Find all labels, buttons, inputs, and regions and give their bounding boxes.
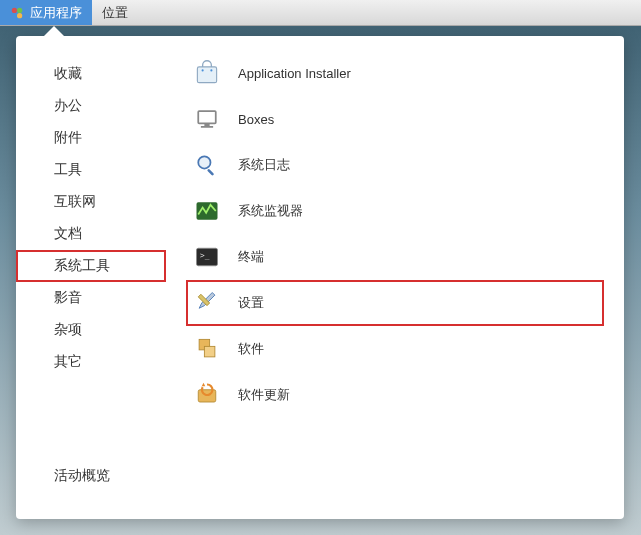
svg-point-1 [17, 7, 22, 12]
activities-overview-button[interactable]: 活动概览 [16, 455, 166, 503]
svg-rect-9 [201, 126, 213, 128]
sidebar-item-sundry[interactable]: 杂项 [16, 314, 166, 346]
sidebar-item-documentation[interactable]: 文档 [16, 218, 166, 250]
svg-rect-4 [197, 67, 216, 83]
sidebar-item-label: 办公 [54, 97, 82, 113]
app-label: Boxes [238, 112, 274, 127]
applications-menu-button[interactable]: 应用程序 [0, 0, 92, 25]
app-item-system-logs[interactable]: 系统日志 [186, 142, 604, 188]
svg-point-3 [17, 13, 22, 18]
svg-point-5 [202, 69, 204, 71]
app-label: 设置 [238, 294, 264, 312]
places-menu-button[interactable]: 位置 [92, 0, 138, 25]
sidebar-item-label: 其它 [54, 353, 82, 369]
places-menu-label: 位置 [102, 4, 128, 22]
sidebar-item-label: 收藏 [54, 65, 82, 81]
app-item-settings[interactable]: 设置 [186, 280, 604, 326]
boxes-icon [192, 104, 222, 134]
magnifier-icon [192, 150, 222, 180]
sidebar-item-favorites[interactable]: 收藏 [16, 58, 166, 90]
category-sidebar: 收藏 办公 附件 工具 互联网 文档 系统工具 影音 杂项 其它 活动概览 [16, 36, 166, 519]
svg-rect-7 [198, 111, 216, 123]
sidebar-item-internet[interactable]: 互联网 [16, 186, 166, 218]
svg-point-2 [12, 13, 17, 18]
sidebar-item-tools[interactable]: 工具 [16, 154, 166, 186]
svg-point-10 [198, 156, 210, 168]
package-icon [192, 334, 222, 364]
svg-marker-18 [202, 383, 206, 387]
sidebar-item-label: 文档 [54, 225, 82, 241]
terminal-icon: >_ [192, 242, 222, 272]
sidebar-item-multimedia[interactable]: 影音 [16, 282, 166, 314]
top-panel: 应用程序 位置 [0, 0, 641, 26]
svg-rect-8 [204, 123, 209, 126]
svg-text:>_: >_ [200, 251, 210, 260]
app-label: 系统监视器 [238, 202, 303, 220]
wrench-screwdriver-icon [192, 288, 222, 318]
update-refresh-icon [192, 380, 222, 410]
sidebar-item-other[interactable]: 其它 [16, 346, 166, 378]
sidebar-item-office[interactable]: 办公 [16, 90, 166, 122]
sidebar-item-accessories[interactable]: 附件 [16, 122, 166, 154]
app-item-application-installer[interactable]: Application Installer [186, 50, 604, 96]
sidebar-item-label: 工具 [54, 161, 82, 177]
app-label: Application Installer [238, 66, 351, 81]
svg-rect-16 [204, 346, 215, 357]
applications-dropdown: 收藏 办公 附件 工具 互联网 文档 系统工具 影音 杂项 其它 活动概览 Ap… [16, 36, 624, 519]
activities-label: 活动概览 [54, 467, 110, 483]
app-item-software[interactable]: 软件 [186, 326, 604, 372]
applications-menu-label: 应用程序 [30, 4, 82, 22]
sidebar-item-label: 附件 [54, 129, 82, 145]
app-item-boxes[interactable]: Boxes [186, 96, 604, 142]
monitor-chart-icon [192, 196, 222, 226]
category-list: 收藏 办公 附件 工具 互联网 文档 系统工具 影音 杂项 其它 [16, 58, 166, 455]
sidebar-item-label: 杂项 [54, 321, 82, 337]
sidebar-item-label: 互联网 [54, 193, 96, 209]
shopping-bag-icon [192, 58, 222, 88]
svg-point-6 [210, 69, 212, 71]
sidebar-item-system-tools[interactable]: 系统工具 [16, 250, 166, 282]
app-label: 软件 [238, 340, 264, 358]
distro-logo-icon [10, 6, 24, 20]
sidebar-item-label: 影音 [54, 289, 82, 305]
app-item-system-monitor[interactable]: 系统监视器 [186, 188, 604, 234]
application-list: Application Installer Boxes 系统日志 系统监视器 >… [166, 36, 624, 519]
sidebar-item-label: 系统工具 [54, 257, 110, 273]
app-item-software-update[interactable]: 软件更新 [186, 372, 604, 418]
svg-rect-11 [207, 169, 214, 176]
app-label: 终端 [238, 248, 264, 266]
app-item-terminal[interactable]: >_ 终端 [186, 234, 604, 280]
app-label: 系统日志 [238, 156, 290, 174]
app-label: 软件更新 [238, 386, 290, 404]
svg-point-0 [12, 7, 17, 12]
